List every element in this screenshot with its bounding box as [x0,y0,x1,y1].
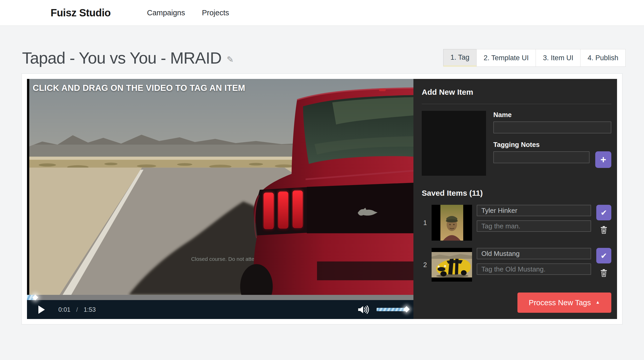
video-scene: Closed course. Do not attempt. [27,79,413,295]
edit-title-icon[interactable]: ✎ [227,55,234,64]
page: Fuisz Studio Campaigns Projects Tapad - … [0,0,644,360]
save-item-button[interactable]: ✔ [596,205,611,220]
process-button-label: Process New Tags [529,298,591,307]
nav-item-campaigns[interactable]: Campaigns [147,9,185,17]
item-thumbnail-mustang [432,248,472,282]
time-separator: / [76,306,78,313]
new-item-notes-input[interactable] [493,151,590,163]
content-card: Closed course. Do not attempt. [22,73,622,324]
collapse-arrow-icon: ▲ [595,300,600,305]
play-button[interactable] [38,305,45,314]
duration: 1:53 [84,306,96,313]
item-number: 1 [422,219,428,227]
item-name-input[interactable] [477,205,591,216]
time-display: 0:01 / 1:53 [58,306,96,313]
tab-tag[interactable]: 1. Tag [443,49,477,67]
nav-item-projects[interactable]: Projects [202,9,229,17]
volume-slider[interactable] [377,308,407,311]
item-name-input[interactable] [477,248,591,259]
video-progress-bar[interactable] [27,295,413,300]
new-item-thumbnail [422,111,486,176]
video-player[interactable]: Closed course. Do not attempt. [27,79,413,319]
save-item-button[interactable]: ✔ [596,248,611,263]
add-new-item-form: Name Tagging Notes + [422,111,611,176]
video-controls: 0:01 / 1:53 [27,300,413,319]
brand-logo[interactable]: Fuisz Studio [51,7,111,19]
play-icon [38,305,45,314]
page-title: Tapad - You vs You - MRAID [22,49,221,67]
nav-links: Campaigns Projects [147,9,229,17]
panel-divider [422,104,611,104]
name-label: Name [493,111,611,119]
volume-handle[interactable] [403,306,410,312]
step-tabs: 1. Tag 2. Template UI 3. Item UI 4. Publ… [444,49,626,67]
volume-icon[interactable] [358,305,370,314]
tagging-notes-label: Tagging Notes [493,141,611,149]
tab-template-ui[interactable]: 2. Template UI [476,49,536,67]
top-nav: Fuisz Studio Campaigns Projects [0,0,644,26]
video-frame[interactable]: Closed course. Do not attempt. [27,79,413,295]
new-item-name-input[interactable] [493,121,611,133]
title-row: Tapad - You vs You - MRAID ✎ 1. Tag 2. T… [0,49,644,67]
tab-publish[interactable]: 4. Publish [580,49,626,67]
add-item-button[interactable]: + [595,151,611,168]
item-thumbnail-man [432,205,472,241]
current-time: 0:01 [58,306,71,313]
saved-items-heading: Saved Items (11) [422,189,611,198]
trash-icon [600,226,607,234]
delete-item-button[interactable] [600,269,607,277]
item-number: 2 [422,261,428,269]
process-new-tags-button[interactable]: Process New Tags ▲ [517,293,611,313]
video-caption: Closed course. Do not attempt. [191,256,265,262]
item-notes-input[interactable] [477,220,591,232]
tagging-instruction: CLICK AND DRAG ON THE VIDEO TO TAG AN IT… [33,83,245,93]
tagging-panel: Add New Item Name Tagging Notes + Saved … [413,79,617,319]
delete-item-button[interactable] [600,226,607,234]
add-new-item-heading: Add New Item [422,88,611,97]
saved-item-row: 1 [422,205,611,241]
tab-item-ui[interactable]: 3. Item UI [536,49,580,67]
trash-icon [600,269,607,277]
saved-item-row: 2 [422,248,611,282]
item-notes-input[interactable] [477,263,591,275]
title-block: Tapad - You vs You - MRAID ✎ [22,49,234,67]
